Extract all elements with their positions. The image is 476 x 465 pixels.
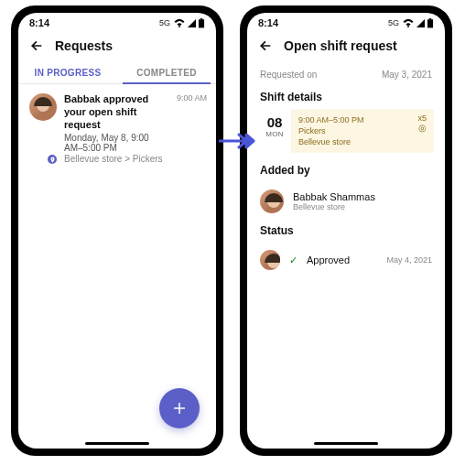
location-icon: ◎ <box>417 124 427 133</box>
flow-arrow-icon <box>219 132 255 150</box>
status-bar: 8:14 5G <box>247 13 445 33</box>
notification-location: Bellevue store > Pickers <box>64 154 166 164</box>
wifi-icon <box>174 18 185 27</box>
signal-icon <box>187 18 196 27</box>
status-row: ✓ Approved May 4, 2021 <box>247 243 445 270</box>
create-request-fab[interactable] <box>159 388 200 428</box>
notification-title: Babbak approved your open shift request <box>64 93 166 131</box>
status-heading: Status <box>247 213 445 243</box>
wifi-icon <box>403 18 414 27</box>
phone-right: 8:14 5G Open shift request Requested on … <box>240 5 452 456</box>
shift-day-number: 08 <box>258 114 291 130</box>
status-bar: 8:14 5G <box>18 13 216 33</box>
arrow-left-icon <box>258 38 273 53</box>
requested-on-date: May 3, 2021 <box>382 70 432 80</box>
signal-icon <box>416 18 425 27</box>
clock: 8:14 <box>258 17 278 28</box>
tabs: IN PROGRESS COMPLETED <box>18 60 216 84</box>
added-by-heading: Added by <box>247 153 445 182</box>
avatar <box>260 250 280 270</box>
shift-store: Bellevue store <box>298 136 427 147</box>
page-title: Open shift request <box>284 38 397 53</box>
plus-icon <box>171 400 188 416</box>
home-indicator <box>85 442 149 445</box>
added-by-name: Babbak Shammas <box>293 191 375 202</box>
back-button[interactable] <box>29 38 44 53</box>
arrow-left-icon <box>29 38 44 53</box>
check-icon: ✓ <box>289 254 298 266</box>
back-button[interactable] <box>258 38 273 53</box>
tab-in-progress[interactable]: IN PROGRESS <box>18 60 117 83</box>
shift-card[interactable]: 08 MON 9:00 AM–5:00 PM Pickers Bellevue … <box>258 109 434 153</box>
notification-item[interactable]: Babbak approved your open shift request … <box>18 84 216 164</box>
status-date: May 4, 2021 <box>386 255 432 265</box>
home-indicator <box>314 442 378 445</box>
header: Open shift request <box>247 33 445 60</box>
status-icons: 5G <box>159 18 205 28</box>
battery-icon <box>198 18 205 28</box>
requested-on-label: Requested on <box>260 70 317 80</box>
added-by-store: Bellevue store <box>293 202 375 211</box>
status-text: Approved <box>307 254 350 265</box>
requested-on-row: Requested on May 3, 2021 <box>247 60 445 80</box>
svg-rect-0 <box>199 19 204 27</box>
added-by-row[interactable]: Babbak Shammas Bellevue store <box>247 182 445 213</box>
shift-badge-icon <box>46 153 59 166</box>
avatar <box>29 93 57 121</box>
phone-left: 8:14 5G Requests IN PROGRESS COMPLETED <box>11 5 223 456</box>
avatar <box>260 189 284 213</box>
shift-details-heading: Shift details <box>247 80 445 109</box>
shift-group: Pickers <box>298 125 427 136</box>
notification-subtitle: Monday, May 8, 9:00 AM–5:00 PM <box>64 133 166 153</box>
shift-date: 08 MON <box>258 109 291 153</box>
battery-icon <box>427 18 434 28</box>
page-title: Requests <box>55 38 113 53</box>
clock: 8:14 <box>29 17 49 28</box>
svg-rect-2 <box>427 19 433 27</box>
status-icons: 5G <box>388 18 434 28</box>
svg-rect-1 <box>200 18 202 19</box>
shift-time: 9:00 AM–5:00 PM <box>298 114 427 125</box>
svg-rect-3 <box>429 18 431 19</box>
shift-day-of-week: MON <box>258 130 291 138</box>
header: Requests <box>18 33 216 60</box>
tab-completed[interactable]: COMPLETED <box>117 60 216 83</box>
notification-time: 9:00 AM <box>173 93 207 164</box>
